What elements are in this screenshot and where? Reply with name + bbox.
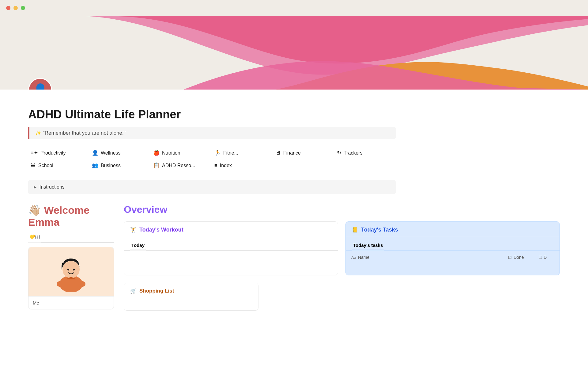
profile-tab-row: 💛Hi	[28, 232, 114, 243]
col-name-icon: Aa	[351, 255, 356, 260]
nav-trackers-label: Trackers	[344, 150, 363, 156]
profile-card: Me	[28, 247, 114, 309]
hero-banner: 👤	[0, 16, 588, 90]
tab-hi[interactable]: 💛Hi	[28, 232, 41, 242]
shopping-card-header: 🛒 Shopping List	[124, 283, 258, 298]
task-col-name: Aa Name	[351, 255, 508, 260]
col-done-label: Done	[514, 255, 524, 260]
titlebar	[0, 0, 588, 16]
nav-adhd-label: ADHD Resso...	[162, 163, 195, 168]
avatar-wrapper: 👤	[28, 78, 52, 90]
task-col-done: ☑ Done	[508, 255, 539, 260]
shopping-icon: 🛒	[130, 288, 136, 294]
maximize-button[interactable]	[21, 6, 25, 10]
nav-nutrition[interactable]: 🍎 Nutrition	[151, 148, 212, 157]
trackers-icon: ↻	[337, 150, 341, 156]
profile-image-area	[28, 247, 114, 296]
profile-illustration	[54, 252, 88, 292]
nav-wellness-label: Wellness	[101, 150, 121, 156]
tab-today-label: Today	[131, 243, 145, 248]
nav-business[interactable]: 👥 Business	[89, 161, 151, 170]
cards-row: 🏋️ Today's Workout Today 📒 Today's Task	[124, 221, 560, 275]
workout-card-header: 🏋️ Today's Workout	[124, 222, 338, 237]
workout-icon: 🏋️	[130, 227, 136, 233]
nav-index-label: Index	[220, 163, 232, 168]
tasks-title: Today's Tasks	[361, 227, 398, 233]
nutrition-icon: 🍎	[153, 150, 160, 156]
workout-title: Today's Workout	[139, 227, 183, 233]
nav-empty-2	[334, 161, 396, 170]
tasks-icon: 📒	[352, 227, 358, 233]
fitness-icon: 🏃	[214, 150, 221, 156]
main-content: ADHD Ultimate Life Planner ✨ "Remember t…	[0, 108, 588, 311]
wellness-icon: 👤	[92, 150, 98, 156]
page-title: ADHD Ultimate Life Planner	[28, 108, 560, 121]
shopping-body	[124, 298, 258, 310]
task-col-d: ☐ D	[539, 255, 554, 260]
nav-trackers[interactable]: ↻ Trackers	[334, 148, 396, 157]
workout-card: 🏋️ Today's Workout Today	[124, 221, 338, 275]
svg-point-3	[67, 269, 69, 270]
profile-label: Me	[28, 296, 114, 309]
col-name-label: Name	[358, 255, 369, 260]
tasks-body: Aa Name ☑ Done ☐ D	[346, 251, 560, 264]
quote-text: ✨ "Remember that you are not alone."	[35, 130, 126, 136]
tasks-tab-label: Today's tasks	[353, 243, 383, 248]
index-icon: ≡	[214, 163, 217, 169]
nav-school[interactable]: 🏛 School	[28, 161, 89, 170]
workout-tab-row: Today	[124, 237, 338, 251]
tasks-columns: Aa Name ☑ Done ☐ D	[351, 255, 554, 260]
instructions-bar[interactable]: ▶ Instructions	[28, 180, 396, 194]
svg-point-6	[77, 281, 85, 287]
user-icon: 👤	[33, 84, 47, 90]
main-layout: 👋🏼 Welcome Emma 💛Hi	[28, 204, 560, 311]
svg-point-4	[73, 269, 75, 270]
shopping-title: Shopping List	[139, 288, 174, 294]
finance-icon: 🖥	[276, 150, 281, 156]
left-column: 👋🏼 Welcome Emma 💛Hi	[28, 204, 114, 309]
business-icon: 👥	[92, 162, 98, 169]
nav-business-label: Business	[101, 163, 121, 168]
svg-point-5	[57, 281, 65, 287]
welcome-heading: 👋🏼 Welcome Emma	[28, 204, 114, 228]
adhd-icon: 📋	[153, 162, 160, 169]
tasks-card-header: 📒 Today's Tasks	[346, 222, 560, 237]
right-column: Overview 🏋️ Today's Workout Today	[124, 204, 560, 311]
instructions-label: Instructions	[40, 184, 65, 190]
nav-finance-label: Finance	[283, 150, 301, 156]
minimize-button[interactable]	[13, 6, 18, 10]
svg-point-2	[62, 261, 80, 278]
nav-fitness-label: Fitne...	[223, 150, 238, 156]
overview-title: Overview	[124, 204, 560, 215]
nav-empty-1	[273, 161, 334, 170]
profile-name: Me	[33, 300, 39, 305]
school-icon: 🏛	[31, 163, 36, 169]
avatar: 👤	[28, 78, 52, 90]
nav-school-label: School	[38, 163, 53, 168]
col-done-icon: ☑	[508, 255, 512, 260]
nav-fitness[interactable]: 🏃 Fitne...	[212, 148, 273, 157]
shopping-card: 🛒 Shopping List	[124, 283, 560, 311]
col-d-icon: ☐	[539, 255, 542, 260]
nav-adhd[interactable]: 📋 ADHD Resso...	[151, 161, 212, 170]
nav-productivity[interactable]: ≡✦ Productivity	[28, 148, 89, 157]
triangle-icon: ▶	[34, 185, 36, 189]
nav-index[interactable]: ≡ Index	[212, 161, 273, 170]
col-d-label: D	[544, 255, 547, 260]
tab-today-workout[interactable]: Today	[130, 241, 146, 250]
tasks-tab-row: Today's tasks	[346, 237, 560, 251]
productivity-icon: ≡✦	[31, 150, 38, 156]
welcome-text: 👋🏼 Welcome Emma	[28, 204, 89, 228]
close-button[interactable]	[6, 6, 10, 10]
nav-productivity-label: Productivity	[40, 150, 66, 156]
quote-block: ✨ "Remember that you are not alone."	[28, 127, 396, 139]
tasks-card: 📒 Today's Tasks Today's tasks Aa Name	[345, 221, 560, 275]
workout-card-body	[124, 251, 338, 275]
nav-grid: ≡✦ Productivity 👤 Wellness 🍎 Nutrition 🏃…	[28, 148, 396, 176]
nav-nutrition-label: Nutrition	[162, 150, 180, 156]
tab-hi-label: 💛Hi	[29, 234, 40, 240]
tab-today-tasks[interactable]: Today's tasks	[352, 241, 384, 250]
nav-wellness[interactable]: 👤 Wellness	[89, 148, 151, 157]
nav-finance[interactable]: 🖥 Finance	[273, 148, 334, 157]
